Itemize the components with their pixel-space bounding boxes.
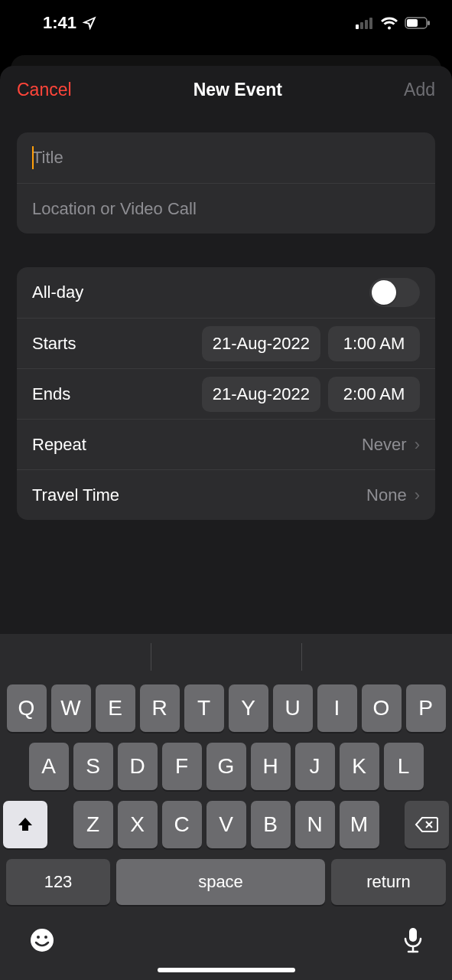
key-q[interactable]: Q bbox=[7, 684, 47, 732]
key-x[interactable]: X bbox=[118, 801, 158, 848]
svg-point-7 bbox=[31, 929, 54, 952]
svg-rect-0 bbox=[356, 24, 359, 29]
key-m[interactable]: M bbox=[340, 801, 379, 848]
shift-key[interactable] bbox=[3, 801, 47, 848]
key-b[interactable]: B bbox=[251, 801, 291, 848]
key-i[interactable]: I bbox=[317, 684, 357, 732]
emoji-button[interactable] bbox=[29, 927, 55, 956]
starts-label: Starts bbox=[32, 334, 202, 354]
starts-row: Starts 21-Aug-2022 1:00 AM bbox=[17, 318, 435, 368]
key-c[interactable]: C bbox=[162, 801, 202, 848]
key-n[interactable]: N bbox=[295, 801, 335, 848]
key-g[interactable]: G bbox=[206, 743, 246, 790]
ends-time-button[interactable]: 2:00 AM bbox=[328, 377, 420, 412]
ends-row: Ends 21-Aug-2022 2:00 AM bbox=[17, 368, 435, 419]
chevron-right-icon: › bbox=[415, 435, 420, 455]
nav-bar: Cancel New Event Add bbox=[0, 66, 452, 111]
numbers-key[interactable]: 123 bbox=[6, 859, 110, 905]
svg-point-9 bbox=[44, 936, 47, 939]
title-row[interactable] bbox=[17, 132, 435, 183]
key-z[interactable]: Z bbox=[73, 801, 113, 848]
travel-time-label: Travel Time bbox=[32, 485, 366, 505]
wifi-icon bbox=[380, 16, 398, 30]
svg-rect-10 bbox=[409, 928, 417, 942]
new-event-sheet: Cancel New Event Add All-day Starts 21-A… bbox=[0, 66, 452, 980]
key-k[interactable]: K bbox=[340, 743, 379, 790]
key-h[interactable]: H bbox=[251, 743, 291, 790]
starts-date-button[interactable]: 21-Aug-2022 bbox=[202, 326, 320, 361]
battery-icon bbox=[405, 17, 431, 29]
add-button[interactable]: Add bbox=[404, 80, 435, 100]
starts-time-button[interactable]: 1:00 AM bbox=[328, 326, 420, 361]
suggestion-slot[interactable] bbox=[151, 634, 301, 680]
home-indicator[interactable] bbox=[158, 968, 295, 972]
emoji-icon bbox=[29, 927, 55, 953]
microphone-icon bbox=[403, 926, 423, 954]
chevron-right-icon: › bbox=[415, 485, 420, 505]
key-p[interactable]: P bbox=[406, 684, 446, 732]
travel-time-value: None bbox=[366, 485, 407, 505]
key-j[interactable]: J bbox=[295, 743, 335, 790]
key-o[interactable]: O bbox=[362, 684, 402, 732]
location-input[interactable] bbox=[32, 199, 420, 219]
ends-date-button[interactable]: 21-Aug-2022 bbox=[202, 377, 320, 412]
key-u[interactable]: U bbox=[273, 684, 313, 732]
repeat-label: Repeat bbox=[32, 435, 362, 455]
status-time: 1:41 bbox=[43, 13, 76, 33]
repeat-value: Never bbox=[362, 435, 407, 455]
title-location-group bbox=[17, 132, 435, 234]
key-v[interactable]: V bbox=[206, 801, 246, 848]
return-key[interactable]: return bbox=[331, 859, 446, 905]
title-input[interactable] bbox=[32, 148, 420, 168]
cancel-button[interactable]: Cancel bbox=[17, 80, 72, 100]
status-bar: 1:41 bbox=[0, 0, 452, 46]
time-group: All-day Starts 21-Aug-2022 1:00 AM Ends … bbox=[17, 267, 435, 520]
allday-label: All-day bbox=[32, 283, 369, 302]
allday-row: All-day bbox=[17, 267, 435, 318]
key-w[interactable]: W bbox=[51, 684, 91, 732]
keyboard: QWERTYUIOP ASDFGHJKL ZXCVBNM 123 space r… bbox=[0, 680, 452, 913]
ends-label: Ends bbox=[32, 384, 202, 404]
shift-icon bbox=[16, 815, 34, 834]
key-s[interactable]: S bbox=[73, 743, 113, 790]
svg-rect-5 bbox=[407, 19, 418, 27]
svg-point-8 bbox=[37, 936, 40, 939]
svg-rect-6 bbox=[428, 21, 430, 25]
key-r[interactable]: R bbox=[140, 684, 180, 732]
keyboard-area: QWERTYUIOP ASDFGHJKL ZXCVBNM 123 space r… bbox=[0, 634, 452, 980]
svg-rect-3 bbox=[369, 18, 372, 29]
svg-rect-2 bbox=[365, 20, 368, 29]
allday-toggle[interactable] bbox=[369, 278, 420, 307]
repeat-row[interactable]: Repeat Never › bbox=[17, 419, 435, 469]
cellular-icon bbox=[356, 17, 374, 29]
key-a[interactable]: A bbox=[29, 743, 69, 790]
text-cursor bbox=[32, 146, 34, 169]
backspace-key[interactable] bbox=[405, 801, 449, 848]
key-y[interactable]: Y bbox=[229, 684, 268, 732]
location-row[interactable] bbox=[17, 183, 435, 234]
space-key[interactable]: space bbox=[116, 859, 325, 905]
dictation-button[interactable] bbox=[403, 926, 423, 957]
location-arrow-icon bbox=[83, 16, 96, 30]
svg-rect-1 bbox=[360, 22, 363, 29]
suggestion-bar bbox=[0, 634, 452, 680]
key-d[interactable]: D bbox=[118, 743, 158, 790]
suggestion-slot[interactable] bbox=[301, 634, 452, 680]
key-f[interactable]: F bbox=[162, 743, 202, 790]
page-title: New Event bbox=[193, 80, 282, 100]
backspace-icon bbox=[415, 815, 439, 834]
key-t[interactable]: T bbox=[184, 684, 224, 732]
keyboard-footer bbox=[0, 913, 452, 963]
key-e[interactable]: E bbox=[96, 684, 135, 732]
key-l[interactable]: L bbox=[384, 743, 424, 790]
suggestion-slot[interactable] bbox=[0, 634, 151, 680]
travel-time-row[interactable]: Travel Time None › bbox=[17, 469, 435, 520]
